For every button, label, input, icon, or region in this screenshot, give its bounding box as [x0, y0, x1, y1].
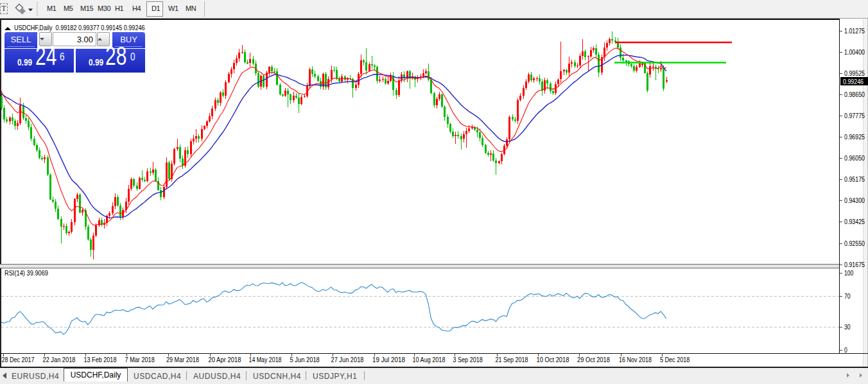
- svg-text:1.00400: 1.00400: [844, 48, 865, 56]
- svg-text:29 Oct 2018: 29 Oct 2018: [577, 356, 610, 363]
- svg-text:5 Jun 2018: 5 Jun 2018: [290, 356, 320, 363]
- svg-text:0.93425: 0.93425: [844, 218, 865, 225]
- svg-text:0: 0: [844, 346, 847, 354]
- svg-text:0.97775: 0.97775: [844, 112, 865, 119]
- svg-text:100: 100: [844, 269, 853, 277]
- svg-text:0.96925: 0.96925: [844, 133, 865, 141]
- svg-text:0.92550: 0.92550: [844, 240, 865, 247]
- svg-text:0.91675: 0.91675: [844, 261, 865, 268]
- svg-text:0.98650: 0.98650: [844, 91, 865, 98]
- svg-text:19 Jul 2018: 19 Jul 2018: [372, 356, 405, 363]
- svg-text:5 Dec 2018: 5 Dec 2018: [660, 356, 690, 363]
- svg-text:70: 70: [844, 292, 851, 300]
- svg-text:14 May 2018: 14 May 2018: [249, 356, 282, 363]
- svg-text:30: 30: [844, 323, 851, 331]
- svg-text:20 Apr 2018: 20 Apr 2018: [209, 356, 241, 363]
- svg-text:3 Sep 2018: 3 Sep 2018: [453, 356, 483, 363]
- svg-text:0.96050: 0.96050: [844, 154, 865, 162]
- svg-text:27 Jun 2018: 27 Jun 2018: [331, 356, 364, 363]
- svg-text:RSI(14) 39.9069: RSI(14) 39.9069: [4, 269, 48, 277]
- svg-text:21 Sep 2018: 21 Sep 2018: [496, 356, 528, 363]
- svg-text:16 Nov 2018: 16 Nov 2018: [619, 356, 652, 363]
- svg-text:1.01275: 1.01275: [844, 27, 865, 35]
- svg-text:0.99246: 0.99246: [843, 78, 864, 85]
- svg-text:13 Feb 2018: 13 Feb 2018: [84, 356, 117, 363]
- svg-text:10 Aug 2018: 10 Aug 2018: [413, 356, 446, 363]
- svg-text:0.99525: 0.99525: [844, 69, 865, 77]
- svg-text:29 Mar 2018: 29 Mar 2018: [166, 356, 199, 363]
- svg-text:22 Jan 2018: 22 Jan 2018: [43, 356, 76, 363]
- svg-text:0.95175: 0.95175: [844, 175, 865, 183]
- svg-text:28 Dec 2017: 28 Dec 2017: [2, 356, 35, 363]
- svg-text:10 Oct 2018: 10 Oct 2018: [537, 356, 569, 363]
- svg-text:0.94300: 0.94300: [844, 196, 865, 204]
- svg-text:7 Mar 2018: 7 Mar 2018: [125, 356, 155, 363]
